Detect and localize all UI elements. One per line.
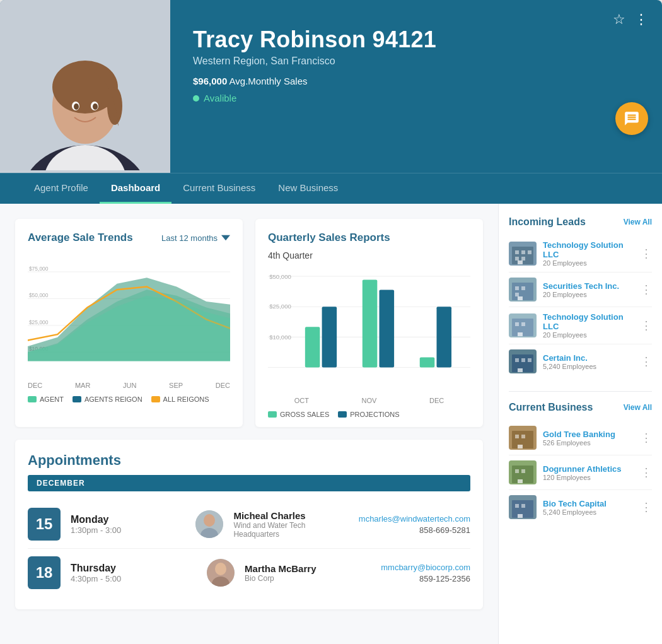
agents-region-swatch xyxy=(73,396,81,402)
quarter-label: 4th Quarter xyxy=(268,250,470,261)
tab-new-business[interactable]: New Business xyxy=(267,173,349,204)
agent-swatch xyxy=(28,396,37,402)
lead-info-2: Technology Solution LLC 20 Employees xyxy=(543,312,634,339)
appointments-section: Appointments DECEMBER 15 Monday 1:30pm -… xyxy=(15,440,483,609)
svg-rect-60 xyxy=(528,358,531,362)
incoming-leads-header: Incoming Leads View All xyxy=(509,216,652,228)
biz-item-1[interactable]: Dogrunner Athletics 120 Employees ⋮ xyxy=(509,455,652,490)
avg-sale-trends-section: Average Sale Trends Last 12 months xyxy=(15,219,243,427)
svg-text:$50,000: $50,000 xyxy=(269,273,291,280)
sales-label: Avg.Monthly Sales xyxy=(229,76,308,86)
svg-rect-58 xyxy=(515,358,519,362)
tab-current-business[interactable]: Current Business xyxy=(171,173,267,204)
current-business-header: Current Business View All xyxy=(509,402,652,413)
x-label-jun: JUN xyxy=(123,382,136,389)
trend-chart-svg: $75,000 $50,000 $25,000 $10,000 xyxy=(28,250,230,377)
status-text: Avalible xyxy=(204,93,236,103)
appt-time-1: 4:30pm - 5:00 xyxy=(71,574,197,583)
quarterly-sales-section: Quarterly Sales Reports 4th Quarter $50,… xyxy=(255,219,483,427)
svg-rect-54 xyxy=(515,322,519,326)
svg-rect-30 xyxy=(322,307,337,367)
lead-more-2[interactable]: ⋮ xyxy=(641,319,652,332)
lead-building-icon-2 xyxy=(509,313,537,337)
biz-name-1: Dogrunner Athletics xyxy=(543,464,621,474)
lead-building-icon-0 xyxy=(509,242,537,266)
avg-chart-legend: AGENT AGENTS REIGON ALL REIGONS xyxy=(28,395,230,403)
period-label: Last 12 months xyxy=(161,233,218,243)
lead-item-1[interactable]: Securities Tech Inc. 20 Employees ⋮ xyxy=(509,272,652,307)
x-label-dec1: DEC xyxy=(28,382,42,389)
appt-email-1[interactable]: mmcbarry@biocorp.com xyxy=(381,563,470,572)
biz-item-2[interactable]: Bio Tech Capital 5,240 Employees ⋮ xyxy=(509,490,652,524)
sidebar-divider xyxy=(509,391,652,392)
svg-rect-51 xyxy=(515,293,519,296)
lead-more-3[interactable]: ⋮ xyxy=(641,354,652,368)
tab-dashboard[interactable]: Dashboard xyxy=(100,173,171,204)
lead-img-0 xyxy=(509,242,537,266)
svg-rect-42 xyxy=(515,250,519,254)
biz-more-0[interactable]: ⋮ xyxy=(641,431,652,445)
svg-rect-34 xyxy=(437,307,452,367)
bar-label-nov: NOV xyxy=(362,397,377,404)
bar-label-oct: OCT xyxy=(294,397,309,404)
agent-name: Tracy Robinson 94121 xyxy=(193,26,643,53)
lead-employees-1: 20 Employees xyxy=(543,291,619,298)
appt-contact-1: mmcbarry@biocorp.com 859-125-2356 xyxy=(381,563,470,583)
header-actions: ☆ ⋮ xyxy=(613,11,648,28)
svg-text:$25,000: $25,000 xyxy=(29,319,49,325)
incoming-leads-list: Technology Solution LLC 20 Employees ⋮ xyxy=(509,235,652,378)
appt-company-0: Wind and Water Tech Headquarters xyxy=(233,521,348,539)
chat-fab-button[interactable] xyxy=(615,102,648,135)
sales-value: $96,000 xyxy=(193,76,227,86)
legend-gross-sales-label: GROSS SALES xyxy=(280,411,329,418)
svg-rect-73 xyxy=(518,514,523,518)
lead-more-0[interactable]: ⋮ xyxy=(641,247,652,261)
all-regions-swatch xyxy=(151,396,160,402)
more-button[interactable]: ⋮ xyxy=(634,11,648,28)
appt-name-0: Micheal Charles xyxy=(233,510,348,521)
appointment-item-1: 18 Thursday 4:30pm - 5:00 M xyxy=(28,549,470,597)
appt-day-num-1: 18 xyxy=(36,565,53,580)
tab-agent-profile[interactable]: Agent Profile xyxy=(23,173,100,204)
chevron-down-icon xyxy=(221,233,230,242)
svg-rect-56 xyxy=(518,332,523,336)
lead-img-3 xyxy=(509,349,537,373)
lead-item-2[interactable]: Technology Solution LLC 20 Employees ⋮ xyxy=(509,307,652,344)
appt-company-1: Bio Corp xyxy=(245,574,371,583)
appt-main-1: Thursday 4:30pm - 5:00 xyxy=(71,563,197,583)
svg-rect-68 xyxy=(521,469,525,473)
appointments-month-bar: DECEMBER xyxy=(28,475,470,491)
svg-text:$50,000: $50,000 xyxy=(29,293,49,299)
agent-region: Western Region, San Francisco xyxy=(193,56,643,67)
biz-more-1[interactable]: ⋮ xyxy=(641,465,652,479)
incoming-leads-view-all[interactable]: View All xyxy=(624,218,652,226)
svg-rect-63 xyxy=(515,435,519,438)
biz-more-2[interactable]: ⋮ xyxy=(641,500,652,514)
lead-more-1[interactable]: ⋮ xyxy=(641,283,652,296)
svg-point-9 xyxy=(74,103,79,110)
lead-name-0: Technology Solution LLC xyxy=(543,240,634,259)
svg-rect-29 xyxy=(305,327,320,367)
x-label-dec2: DEC xyxy=(216,382,230,389)
svg-rect-61 xyxy=(518,368,523,372)
star-button[interactable]: ☆ xyxy=(613,11,625,28)
period-selector[interactable]: Last 12 months xyxy=(161,233,230,243)
appt-contact-0: mcharles@windwatertech.com 858-669-5281 xyxy=(359,514,470,535)
svg-rect-49 xyxy=(515,286,519,290)
biz-name-2: Bio Tech Capital xyxy=(543,499,607,508)
current-business-view-all[interactable]: View All xyxy=(624,403,652,412)
appt-email-0[interactable]: mcharles@windwatertech.com xyxy=(359,514,470,524)
legend-projections-label: PROJECTIONS xyxy=(350,411,399,418)
lead-item-3[interactable]: Certain Inc. 5,240 Employees ⋮ xyxy=(509,344,652,378)
appointments-title: Appointments xyxy=(28,452,470,469)
svg-rect-47 xyxy=(518,261,523,264)
lead-item-0[interactable]: Technology Solution LLC 20 Employees ⋮ xyxy=(509,235,652,272)
svg-rect-44 xyxy=(528,250,531,254)
legend-agents-region-label: AGENTS REIGON xyxy=(84,395,142,403)
appt-avatar-0 xyxy=(195,510,223,538)
biz-item-0[interactable]: Gold Tree Banking 526 Employees ⋮ xyxy=(509,421,652,455)
agent-avatar-svg xyxy=(0,0,170,170)
avg-chart-x-labels: DEC MAR JUN SEP DEC xyxy=(28,379,230,389)
biz-img-1 xyxy=(509,460,537,484)
legend-all-regions: ALL REIGONS xyxy=(151,395,209,403)
